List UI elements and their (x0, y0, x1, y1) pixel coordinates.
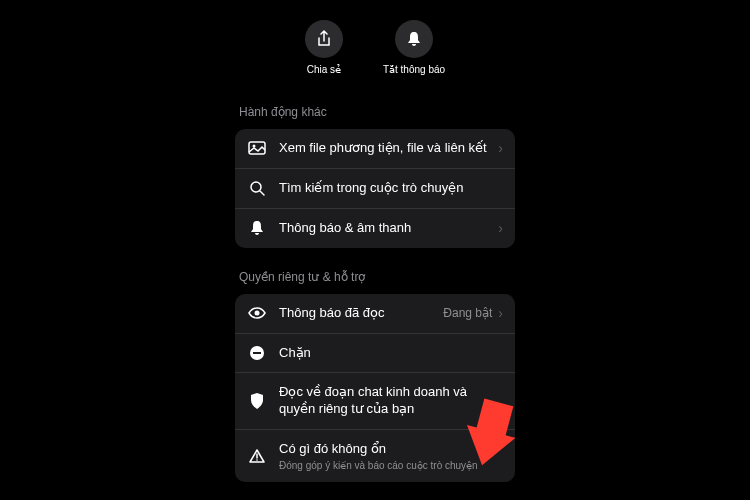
shield-icon (247, 393, 267, 409)
row-notifications-label: Thông báo & âm thanh (279, 220, 498, 237)
row-read-receipts[interactable]: Thông báo đã đọc Đang bật › (235, 294, 515, 333)
eye-icon (247, 307, 267, 319)
image-icon (247, 141, 267, 155)
svg-point-1 (253, 145, 256, 148)
chevron-right-icon: › (498, 140, 503, 156)
section-actions: Xem file phương tiện, file và liên kết ›… (235, 129, 515, 248)
row-report-label: Có gì đó không ổn (279, 441, 503, 458)
search-icon (247, 180, 267, 196)
share-icon (305, 20, 343, 58)
section-header-privacy: Quyền riêng tư & hỗ trợ (235, 270, 515, 284)
row-notifications[interactable]: Thông báo & âm thanh › (235, 208, 515, 248)
mute-label: Tắt thông báo (383, 64, 445, 75)
top-actions: Chia sẻ Tắt thông báo (235, 20, 515, 75)
svg-point-6 (256, 459, 258, 461)
row-media-label: Xem file phương tiện, file và liên kết (279, 140, 498, 157)
row-report[interactable]: Có gì đó không ổn Đóng góp ý kiến và báo… (235, 429, 515, 482)
row-block[interactable]: Chặn (235, 333, 515, 373)
share-label: Chia sẻ (307, 64, 341, 75)
section-header-actions: Hành động khác (235, 105, 515, 119)
row-block-label: Chặn (279, 345, 503, 362)
row-search-label: Tìm kiếm trong cuộc trò chuyện (279, 180, 503, 197)
block-icon (247, 345, 267, 361)
row-privacy-info-label: Đọc về đoạn chat kinh doanh và quyền riê… (279, 384, 503, 418)
chevron-right-icon: › (498, 305, 503, 321)
mute-button[interactable]: Tắt thông báo (383, 20, 445, 75)
row-read-receipts-label: Thông báo đã đọc (279, 305, 443, 322)
row-media[interactable]: Xem file phương tiện, file và liên kết › (235, 129, 515, 168)
chevron-right-icon: › (498, 220, 503, 236)
section-privacy: Thông báo đã đọc Đang bật › Chặn (235, 294, 515, 482)
bell-icon (247, 220, 267, 236)
row-search[interactable]: Tìm kiếm trong cuộc trò chuyện (235, 168, 515, 208)
svg-rect-5 (253, 352, 261, 354)
share-button[interactable]: Chia sẻ (305, 20, 343, 75)
row-privacy-info[interactable]: Đọc về đoạn chat kinh doanh và quyền riê… (235, 372, 515, 429)
row-read-receipts-value: Đang bật (443, 306, 492, 320)
warning-icon (247, 449, 267, 463)
row-report-subtitle: Đóng góp ý kiến và báo cáo cuộc trò chuy… (279, 460, 503, 471)
bell-icon (395, 20, 433, 58)
svg-point-3 (255, 311, 260, 316)
